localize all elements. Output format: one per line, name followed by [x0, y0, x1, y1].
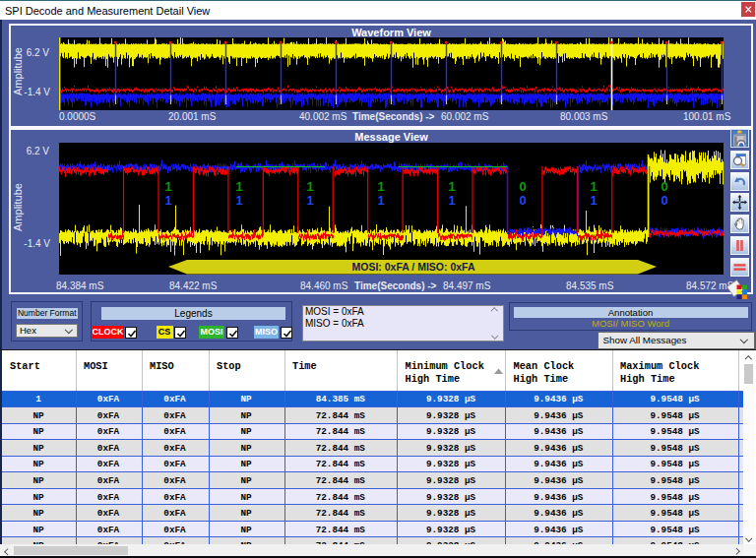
svg-text:MOSI: 0xFA / MISO: 0xFA: MOSI: 0xFA / MISO: 0xFA [351, 261, 474, 273]
svg-text:0: 0 [661, 193, 667, 208]
svg-text:0: 0 [519, 193, 526, 208]
svg-text:1: 1 [306, 193, 313, 208]
svg-text:1: 1 [164, 193, 171, 208]
svg-text:1: 1 [590, 193, 597, 208]
svg-text:1: 1 [377, 193, 384, 208]
svg-text:1: 1 [448, 193, 455, 208]
svg-text:1: 1 [235, 193, 242, 208]
